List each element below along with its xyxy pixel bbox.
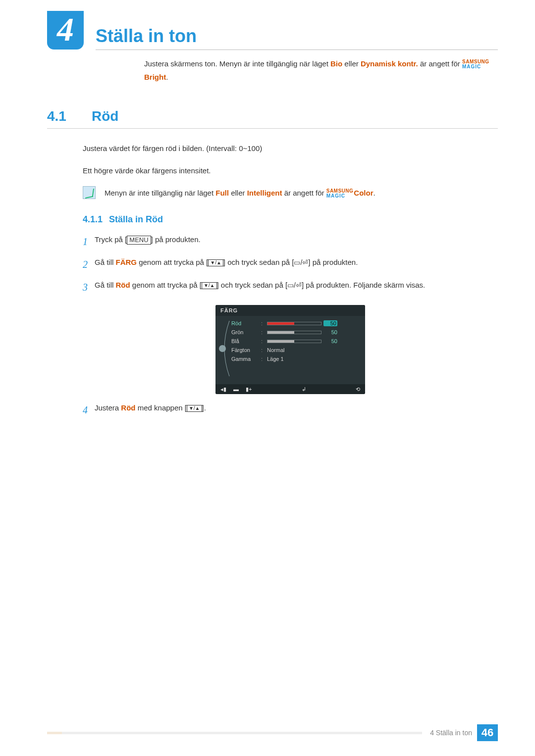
osd-row: Röd:50 <box>231 319 361 328</box>
enter-source-icon: ▭/⏎ <box>287 279 302 292</box>
section-number: 4.1 <box>47 108 92 124</box>
osd-row-label: Röd <box>231 320 259 326</box>
body-text: Ett högre värde ökar färgens intensitet. <box>83 164 498 177</box>
osd-enter-icon: ↲ <box>302 386 306 393</box>
samsung-magic-logo: SAMSUNGMAGIC <box>462 59 489 69</box>
up-down-icon: ▼/▲ <box>187 405 202 412</box>
enter-source-icon: ▭/⏎ <box>294 256 308 269</box>
keyword-bright: Bright <box>144 73 166 81</box>
samsung-magic-logo: SAMSUNGMAGIC <box>326 189 354 199</box>
subsection-title: Ställa in Röd <box>109 214 163 224</box>
osd-row-value: 50 <box>323 338 337 344</box>
osd-menu: FÄRG Röd:50Grön:50Blå:50Färgton:NormalGa… <box>215 305 365 394</box>
osd-row-label: Färgton <box>231 347 259 353</box>
osd-slider <box>267 340 321 343</box>
osd-footer: ◂▮ ▬ ▮+ ↲ ⟲ <box>215 384 365 394</box>
list-item: 3 Gå till Röd genom att trycka på [▼/▲] … <box>83 278 498 296</box>
divider <box>96 50 498 50</box>
page-footer: 4 Ställa in ton 46 <box>47 724 498 741</box>
osd-nav-icon: ▬ <box>233 386 239 393</box>
osd-row-value: Läge 1 <box>267 356 361 362</box>
chapter-title: Ställa in ton <box>96 26 498 47</box>
section-header: 4.1 Röd <box>47 108 498 124</box>
subsection-header: 4.1.1 Ställa in Röd <box>83 214 498 225</box>
note: Menyn är inte tillgänglig när läget Full… <box>83 186 498 200</box>
list-item: 4 Justera Röd med knappen [▼/▲]. <box>83 401 498 419</box>
osd-nav-icon: ◂▮ <box>220 386 226 393</box>
note-text: Menyn är inte tillgänglig när läget Full… <box>105 186 375 200</box>
svg-point-0 <box>219 345 226 352</box>
osd-row-label: Blå <box>231 338 259 344</box>
list-item: 1 Tryck på [MENU] på produkten. <box>83 233 498 251</box>
section-title: Röd <box>92 108 118 124</box>
note-icon <box>83 186 96 199</box>
menu-button-icon: MENU <box>127 236 151 245</box>
osd-slider <box>267 322 321 325</box>
osd-row: Grön:50 <box>231 328 361 337</box>
osd-row-label: Gamma <box>231 356 259 362</box>
osd-row: Blå:50 <box>231 337 361 346</box>
up-down-icon: ▼/▲ <box>208 259 223 266</box>
osd-row-label: Grön <box>231 329 259 335</box>
divider <box>47 128 498 129</box>
osd-row: Färgton:Normal <box>231 346 361 354</box>
osd-slider <box>267 331 321 334</box>
osd-row-value: Normal <box>267 347 361 353</box>
osd-return-icon: ⟲ <box>356 386 360 393</box>
step-list: 1 Tryck på [MENU] på produkten. 2 Gå til… <box>83 233 498 419</box>
footer-chapter: 4 Ställa in ton <box>430 729 472 737</box>
list-item: 2 Gå till FÄRG genom att trycka på [▼/▲]… <box>83 255 498 273</box>
osd-row-value: 50 <box>323 320 337 326</box>
keyword-bio: Bio <box>330 59 342 68</box>
footer-bar <box>47 732 422 734</box>
osd-nav-icon: ▮+ <box>246 386 252 393</box>
up-down-icon: ▼/▲ <box>202 282 217 289</box>
body-text: Justera värdet för färgen röd i bilden. … <box>83 142 498 155</box>
osd-title: FÄRG <box>215 305 365 316</box>
keyword-dynamic: Dynamisk kontr. <box>361 59 418 68</box>
chapter-number-badge: 4 <box>47 11 84 50</box>
page-number: 46 <box>477 724 498 741</box>
chapter-intro: Justera skärmens ton. Menyn är inte till… <box>144 57 498 84</box>
palette-icon <box>217 319 231 379</box>
osd-row-value: 50 <box>323 329 337 335</box>
subsection-number: 4.1.1 <box>83 214 103 224</box>
osd-row: Gamma:Läge 1 <box>231 354 361 363</box>
chapter-header: 4 Ställa in ton Justera skärmens ton. Me… <box>47 15 498 84</box>
